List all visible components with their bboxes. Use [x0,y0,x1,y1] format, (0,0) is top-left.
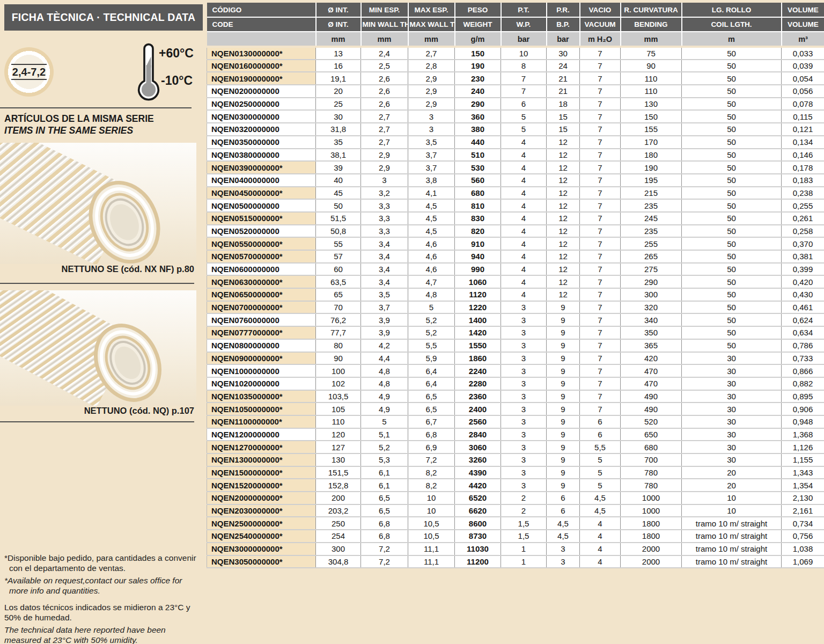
cell-inner-diameter: 38,1 [316,149,361,162]
cell-min-wall: 3,4 [361,250,408,263]
cell-volume: 0,039 [782,60,824,72]
temperature-min: -10°C [161,74,193,88]
table-row: NQEN10200000001024,86,42280397470300,882 [207,377,824,390]
cell-max-wall: 3 [408,110,455,123]
cell-min-wall: 4,9 [361,402,408,415]
cell-inner-diameter: 45 [316,187,361,200]
cell-code: NQEN1000000000 [207,364,316,377]
table-row: NQEN12000000001205,16,82840396650301,368 [207,428,824,441]
series-title-es: ARTÍCULOS DE LA MISMA SERIE [4,113,154,125]
cell-code: NQEN0400000000 [207,174,316,187]
cell-bending: 470 [621,377,682,390]
cell-max-wall: 6,5 [408,402,455,415]
cell-bp: 21 [547,72,580,85]
cell-coil-length: 30 [682,364,782,377]
hose-cross-section-icon: 2,4-7,2 [4,47,54,97]
cell-inner-diameter: 55 [316,237,361,250]
cell-wp: 10 [501,47,547,60]
cell-vacuum: 4 [580,517,621,530]
cell-vacuum: 7 [580,72,621,85]
cell-inner-diameter: 103,5 [316,390,361,403]
cell-volume: 0,370 [782,237,824,250]
table-row: NQEN0650000000*653,54,811204127300500,43… [207,288,824,301]
cell-vacuum: 7 [580,263,621,276]
col-header-weight: PESO [455,3,501,17]
cell-min-wall: 6,5 [361,492,408,504]
cell-weight: 940 [455,250,501,263]
cell-inner-diameter: 40 [316,174,361,187]
cell-min-wall: 3,2 [361,187,408,200]
cell-wp: 3 [501,428,547,441]
cell-vacuum: 7 [580,199,621,212]
cell-volume: 0,786 [782,339,824,352]
cell-code: NQEN3000000000* [207,543,316,555]
cell-weight: 1060 [455,275,501,288]
cell-vacuum: 7 [580,364,621,377]
cell-code: NQEN3050000000* [207,555,316,568]
cell-wp: 4 [501,288,547,301]
cell-weight: 680 [455,187,501,200]
cell-coil-length: 50 [682,212,782,225]
cell-coil-length: 50 [682,288,782,301]
cell-coil-length: 30 [682,428,782,441]
spec-table-container: CÓDIGOØ INT.MIN ESP.MAX ESP.PESOP.T.P.R.… [207,3,824,568]
cell-coil-length: 50 [682,301,782,314]
table-row: NQEN0777000000*77,73,95,21420397350500,6… [207,326,824,339]
cell-volume: 0,866 [782,364,824,377]
cell-coil-length: 30 [682,390,782,403]
cell-vacuum: 7 [580,187,621,200]
cell-inner-diameter: 13 [316,47,361,60]
col-header-min-wall: MIN WALL TH. [361,17,408,32]
cell-max-wall: 4,7 [408,275,455,288]
cell-wp: 7 [501,72,547,85]
cell-coil-length: 10 [682,492,782,504]
cell-bp: 4,5 [547,530,580,543]
cell-coil-length: 30 [682,415,782,428]
cell-bp: 6 [547,504,580,517]
cell-min-wall: 6,1 [361,479,408,492]
cell-min-wall: 3,4 [361,237,408,250]
cell-min-wall: 7,2 [361,555,408,568]
cell-coil-length: 20 [682,479,782,492]
cell-min-wall: 2,7 [361,123,408,136]
cell-wp: 4 [501,199,547,212]
cell-min-wall: 2,6 [361,98,408,111]
cell-bp: 9 [547,326,580,339]
cell-min-wall: 2,6 [361,72,408,85]
hose-caption-nettuno: NETTUNO (cód. NQ) p.107 [0,406,194,416]
cell-inner-diameter: 57 [316,250,361,263]
cell-min-wall: 3,9 [361,326,408,339]
cell-bp: 9 [547,453,580,466]
col-header-bending: R. CURVATURA [621,3,682,17]
unit-weight: g/m [455,32,501,47]
cell-bp: 12 [547,187,580,200]
cell-weight: 150 [455,47,501,60]
cell-wp: 3 [501,301,547,314]
cell-volume: 0,756 [782,530,824,543]
cell-volume: 0,734 [782,517,824,530]
cell-bending: 215 [621,187,682,200]
unit-bending: mm [621,32,682,47]
cell-wp: 3 [501,453,547,466]
cell-weight: 910 [455,237,501,250]
cell-bp: 21 [547,85,580,98]
cell-bending: 75 [621,47,682,60]
cell-weight: 3060 [455,441,501,453]
cell-volume: 0,461 [782,301,824,314]
cell-bp: 12 [547,250,580,263]
cell-inner-diameter: 130 [316,453,361,466]
cell-bending: 1800 [621,530,682,543]
cell-coil-length: 50 [682,149,782,162]
cell-bp: 12 [547,149,580,162]
cell-max-wall: 8,2 [408,466,455,479]
cell-code: NQEN1520000000* [207,479,316,492]
cell-vacuum: 7 [580,288,621,301]
cell-bp: 9 [547,377,580,390]
cell-weight: 11030 [455,543,501,555]
cell-min-wall: 3,3 [361,199,408,212]
unit-wp: bar [501,32,547,47]
cell-inner-diameter: 110 [316,415,361,428]
cell-wp: 2 [501,504,547,517]
cell-bending: 350 [621,326,682,339]
cell-max-wall: 2,9 [408,85,455,98]
